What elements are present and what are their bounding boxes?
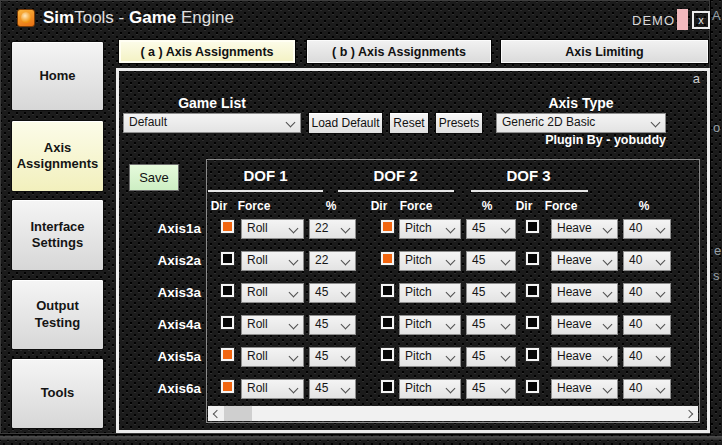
force-select[interactable]: Roll (241, 219, 304, 239)
percent-select[interactable]: 45 (466, 315, 516, 335)
sidebar-item-output-testing[interactable]: Output Testing (11, 279, 104, 350)
dir-checkbox[interactable] (381, 380, 394, 393)
dof1-underline (208, 190, 323, 192)
percent-select[interactable]: 40 (623, 315, 671, 335)
percent-select[interactable]: 45 (466, 347, 516, 367)
scroll-left-icon[interactable] (208, 406, 223, 421)
game-list-label: Game List (123, 95, 301, 111)
dir-checkbox[interactable] (221, 252, 234, 265)
dir-checkbox[interactable] (526, 380, 539, 393)
force-select[interactable]: Roll (241, 251, 304, 271)
force-select[interactable]: Heave (551, 219, 618, 239)
sidebar-item-home[interactable]: Home (11, 41, 104, 111)
title-bar[interactable]: SimTools - Game Engine DEMO x (1, 1, 709, 35)
background-window-edge (0, 436, 722, 440)
percent-select[interactable]: 40 (623, 283, 671, 303)
tab-b-axis-assignments[interactable]: ( b ) Axis Assignments (306, 39, 492, 64)
dof1-pct-header: % (319, 199, 343, 213)
demo-badge: DEMO (632, 13, 675, 28)
dof3-force-header: Force (538, 199, 584, 213)
dir-checkbox[interactable] (526, 252, 539, 265)
percent-select[interactable]: 45 (466, 251, 516, 271)
table-row: Roll 22 Pitch 45 Heave 40 (207, 219, 699, 239)
dir-checkbox[interactable] (381, 220, 394, 233)
scroll-right-icon[interactable] (683, 406, 698, 421)
force-select[interactable]: Heave (551, 251, 618, 271)
force-select[interactable]: Roll (241, 379, 304, 399)
force-select[interactable]: Pitch (399, 379, 461, 399)
tab-a-axis-assignments[interactable]: ( a ) Axis Assignments (118, 39, 296, 64)
percent-select[interactable]: 45 (466, 219, 516, 239)
axis-type-label: Axis Type (496, 95, 666, 111)
dof3-underline (471, 190, 588, 192)
force-select[interactable]: Pitch (399, 315, 461, 335)
percent-select[interactable]: 45 (309, 379, 356, 399)
dir-checkbox[interactable] (221, 348, 234, 361)
axis-row-label: Axis2a (127, 253, 201, 268)
dir-checkbox[interactable] (526, 220, 539, 233)
dir-checkbox[interactable] (221, 220, 234, 233)
dir-checkbox[interactable] (221, 380, 234, 393)
simtools-logo-icon (17, 9, 35, 27)
sidebar-item-axis-assignments[interactable]: Axis Assignments (11, 120, 104, 192)
dir-checkbox[interactable] (526, 348, 539, 361)
dir-checkbox[interactable] (381, 316, 394, 329)
background-window-fragment: o (713, 120, 720, 135)
percent-select[interactable]: 45 (309, 283, 356, 303)
scrollbar-thumb[interactable] (224, 406, 252, 421)
horizontal-scrollbar[interactable] (208, 406, 698, 421)
dir-checkbox[interactable] (381, 348, 394, 361)
axis-assignments-panel: a Game List Default Load Default Reset P… (116, 68, 710, 433)
force-select[interactable]: Pitch (399, 347, 461, 367)
dir-checkbox[interactable] (221, 316, 234, 329)
load-default-button[interactable]: Load Default (308, 112, 383, 134)
dir-checkbox[interactable] (526, 316, 539, 329)
percent-select[interactable]: 45 (466, 379, 516, 399)
percent-select[interactable]: 45 (466, 283, 516, 303)
force-select[interactable]: Pitch (399, 219, 461, 239)
table-row: Roll 45 Pitch 45 Heave 40 (207, 315, 699, 335)
percent-select[interactable]: 45 (309, 315, 356, 335)
save-button[interactable]: Save (129, 164, 179, 191)
dof2-header: DOF 2 (338, 167, 453, 184)
dir-checkbox[interactable] (381, 252, 394, 265)
background-window-fragment: s (713, 268, 720, 283)
force-select[interactable]: Roll (241, 315, 304, 335)
dof3-header: DOF 3 (471, 167, 586, 184)
dof1-force-header: Force (231, 199, 277, 213)
axis-row-label: Axis4a (127, 317, 201, 332)
dir-checkbox[interactable] (526, 284, 539, 297)
tab-axis-limiting[interactable]: Axis Limiting (500, 39, 709, 64)
percent-select[interactable]: 22 (309, 219, 356, 239)
sidebar-item-interface-settings[interactable]: Interface Settings (11, 199, 104, 271)
force-select[interactable]: Heave (551, 379, 618, 399)
percent-select[interactable]: 45 (309, 347, 356, 367)
reset-button[interactable]: Reset (389, 112, 429, 134)
presets-button[interactable]: Presets (435, 112, 483, 134)
axis-type-select[interactable]: Generic 2D Basic (496, 113, 666, 133)
force-select[interactable]: Pitch (399, 283, 461, 303)
percent-select[interactable]: 40 (623, 219, 671, 239)
game-list-select[interactable]: Default (123, 113, 301, 133)
force-select[interactable]: Heave (551, 315, 618, 335)
sidebar-item-tools[interactable]: Tools (11, 358, 104, 429)
force-select[interactable]: Heave (551, 283, 618, 303)
table-row: Roll 22 Pitch 45 Heave 40 (207, 251, 699, 271)
force-select[interactable]: Roll (241, 347, 304, 367)
dir-checkbox[interactable] (381, 284, 394, 297)
percent-select[interactable]: 40 (623, 379, 671, 399)
dof3-pct-header: % (632, 199, 656, 213)
dir-checkbox[interactable] (221, 284, 234, 297)
percent-select[interactable]: 40 (623, 251, 671, 271)
percent-select[interactable]: 40 (623, 347, 671, 367)
background-window-fragment: A (712, 8, 721, 23)
close-button[interactable]: x (692, 11, 710, 29)
plugin-by-label: Plugin By - yobuddy (496, 133, 666, 147)
percent-select[interactable]: 22 (309, 251, 356, 271)
dof3-dir-header: Dir (512, 199, 536, 213)
force-select[interactable]: Roll (241, 283, 304, 303)
force-select[interactable]: Heave (551, 347, 618, 367)
background-window-fragment: e (714, 243, 721, 258)
minimize-button[interactable] (677, 9, 688, 30)
force-select[interactable]: Pitch (399, 251, 461, 271)
